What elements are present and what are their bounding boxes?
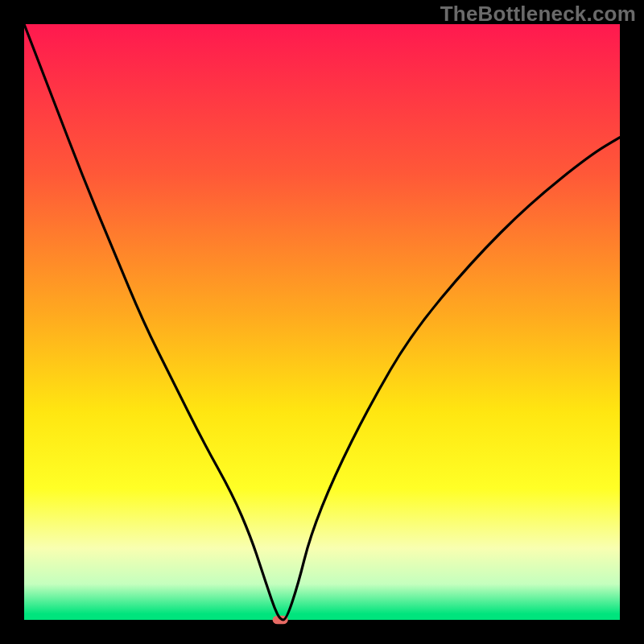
chart-svg	[0, 0, 644, 644]
bottleneck-chart: TheBottleneck.com	[0, 0, 644, 644]
plot-area	[24, 24, 620, 620]
